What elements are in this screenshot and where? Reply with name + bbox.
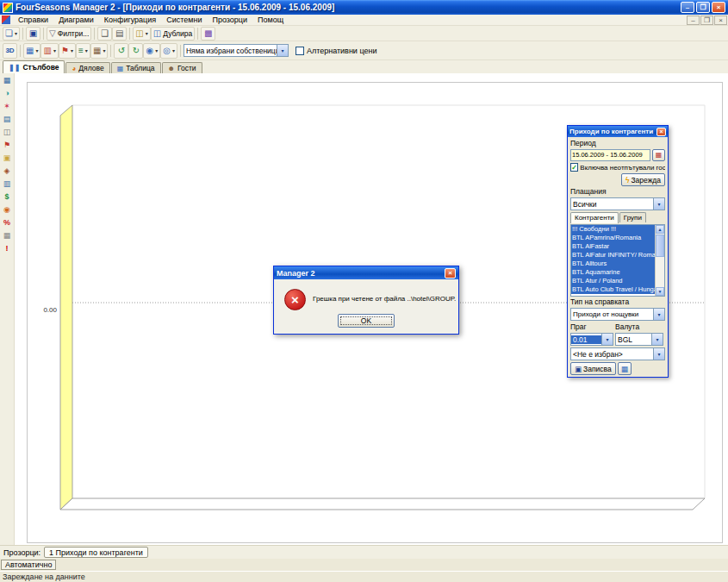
panel-title-bar[interactable]: Приходи по контрагенти × <box>568 126 668 137</box>
sidebar-alert-icon[interactable]: ! <box>2 243 13 254</box>
list-item[interactable]: !!! Свободни !!! <box>571 225 655 234</box>
minimize-button[interactable]: – <box>681 2 694 13</box>
printer-icon: ▤ <box>115 28 123 38</box>
panel-close-button[interactable]: × <box>656 128 666 136</box>
include-guests-checkbox[interactable]: ✓ <box>570 163 578 172</box>
sidebar-pie-icon[interactable]: ◑ <box>2 88 13 99</box>
tab-guests[interactable]: ☻ Гости <box>162 62 202 73</box>
list-item[interactable]: BTL Auto Club Travel / Hunga <box>571 285 655 294</box>
lightning-icon: ϟ <box>625 176 630 185</box>
list-scrollbar[interactable]: ▲ ▼ <box>655 225 664 296</box>
zoom-in-button[interactable]: ◉ ▾ <box>143 43 160 59</box>
list-item[interactable]: BTL APamrina/Romania <box>571 234 655 242</box>
chart-type-icon: ▦ <box>26 46 34 55</box>
restore-button[interactable]: ❐ <box>696 2 710 13</box>
sidebar-report-icon[interactable]: ▤ <box>2 114 13 125</box>
mdi-close-button[interactable]: × <box>714 16 727 25</box>
chevron-down-icon: ▾ <box>653 348 664 360</box>
menu-item-reports[interactable]: Справки <box>13 15 53 26</box>
copy-button[interactable]: ◫ ▾ <box>133 27 150 41</box>
marker-style-button[interactable]: ⚑ ▾ <box>59 43 76 59</box>
sidebar-star-icon[interactable]: ✶ <box>2 101 13 112</box>
tab-contractors[interactable]: Контрагенти <box>570 212 619 223</box>
chevron-down-icon: ▾ <box>103 47 105 53</box>
scroll-track[interactable] <box>656 258 664 287</box>
toolbar-separator <box>197 28 198 40</box>
menu-item-diagrams[interactable]: Диаграми <box>53 15 99 26</box>
window-title: FourSeasons Manager 2 - [Приходи по конт… <box>16 3 679 12</box>
floppy-icon: ▣ <box>29 28 37 38</box>
duplicate-button[interactable]: ◫ Дублира <box>151 27 195 41</box>
windows-bar-label: Прозорци: <box>3 548 40 557</box>
list-item[interactable]: BTL AlFatur INFINITY/ Romani <box>571 251 655 260</box>
chevron-down-icon: ▾ <box>15 30 17 36</box>
new-document-button[interactable]: ❏ ▾ <box>3 27 20 41</box>
menu-item-help[interactable]: Помощ <box>252 15 289 26</box>
zoom-out-button[interactable]: ◎ ▾ <box>160 43 177 59</box>
save-report-button[interactable]: ▣ Записва <box>570 362 616 375</box>
print-button[interactable]: ▤ <box>112 27 127 41</box>
grid-options-button[interactable]: ▦ <box>618 362 632 375</box>
floppy-icon: ▣ <box>575 365 582 373</box>
owner-select[interactable]: Няма избрани собственици ▾ <box>184 44 289 57</box>
threshold-input[interactable]: 0.01 ▾ <box>570 333 613 346</box>
scroll-thumb[interactable] <box>656 235 664 257</box>
sidebar-target-icon[interactable]: ◉ <box>2 204 13 216</box>
scroll-down-button[interactable]: ▼ <box>656 287 664 296</box>
menu-item-windows[interactable]: Прозорци <box>207 15 252 26</box>
chart-type-button[interactable]: ▦ ▾ <box>23 43 40 59</box>
window-tab-active[interactable]: 1 Приходи по контрагенти <box>44 547 148 558</box>
image-button[interactable]: ▩ <box>201 27 215 41</box>
sidebar-folder-icon[interactable]: ▣ <box>2 153 13 164</box>
list-item[interactable]: BTL Atur / Poland <box>571 277 655 285</box>
sidebar-diamond-icon[interactable]: ◈ <box>2 166 13 177</box>
menu-item-system[interactable]: Системни <box>161 15 207 26</box>
sidebar-dollar-icon[interactable]: $ <box>2 191 13 203</box>
dialog-title: Manager 2 <box>277 269 445 278</box>
list-item[interactable]: BTL AlFastar <box>571 242 655 251</box>
extra-select[interactable]: <Не е избран> ▾ <box>570 347 665 360</box>
rotate-left-button[interactable]: ↺ <box>114 43 128 59</box>
tab-shares[interactable]: ◕ Дялове <box>65 62 109 73</box>
auto-button[interactable]: Автоматично <box>1 560 56 570</box>
rotate-right-button[interactable]: ↻ <box>128 43 143 59</box>
mdi-restore-button[interactable]: ❐ <box>700 16 713 25</box>
sidebar-flag-icon[interactable]: ⚑ <box>2 140 13 151</box>
payments-select[interactable]: Всички ▾ <box>570 197 665 210</box>
calendar-button[interactable]: ▦ <box>652 149 665 161</box>
report-type-select[interactable]: Приходи от нощувки ▾ <box>570 308 665 321</box>
close-button[interactable]: × <box>712 2 725 13</box>
save-button[interactable]: ▣ <box>26 27 40 41</box>
menu-item-configuration[interactable]: Конфигурация <box>99 15 161 26</box>
chevron-down-icon: ▾ <box>146 30 148 36</box>
sidebar-percent-icon[interactable]: % <box>2 217 13 228</box>
load-button[interactable]: ϟ Зарежда <box>621 173 665 186</box>
toolbar-separator <box>43 28 44 40</box>
dialog-close-button[interactable]: × <box>445 268 456 278</box>
list-item[interactable]: BTL Alltours <box>571 260 655 268</box>
alt-prices-checkbox[interactable] <box>296 47 304 55</box>
sidebar-grid-icon[interactable]: ▥ <box>2 178 13 190</box>
scroll-up-button[interactable]: ▲ <box>656 225 664 234</box>
list-item[interactable]: BTL Aquamarine <box>571 268 655 277</box>
tab-groups[interactable]: Групи <box>619 212 646 222</box>
bar-style-button[interactable]: ▥ ▾ <box>40 43 58 59</box>
tab-columns[interactable]: ❚❚ Стълбове <box>3 60 65 73</box>
period-input[interactable]: 15.06.2009 - 15.06.2009 <box>570 149 650 161</box>
view-3d-button[interactable]: 3D <box>3 43 17 59</box>
mdi-minimize-button[interactable]: – <box>687 16 700 25</box>
duplicate-button-label: Дублира <box>163 29 192 38</box>
ok-button[interactable]: OK <box>338 314 395 328</box>
lines-icon: ≡ <box>78 46 84 55</box>
currency-select[interactable]: BGL ▾ <box>615 333 663 346</box>
open-windows-bar: Прозорци: 1 Приходи по контрагенти <box>0 545 728 559</box>
sidebar-table-icon[interactable]: ▦ <box>2 75 13 86</box>
print-preview-button[interactable]: ❑ <box>97 27 112 41</box>
sidebar-window-icon[interactable]: ◫ <box>2 127 13 138</box>
line-style-button[interactable]: ≡ ▾ <box>76 43 90 59</box>
dialog-title-bar[interactable]: Manager 2 × <box>274 266 458 279</box>
grid-style-button[interactable]: ▦ ▾ <box>90 43 108 59</box>
sidebar-cells-icon[interactable]: ▦ <box>2 230 13 241</box>
tab-table[interactable]: ▦ Таблица <box>111 62 161 73</box>
filters-button[interactable]: ▽ Филтри... <box>47 27 91 41</box>
